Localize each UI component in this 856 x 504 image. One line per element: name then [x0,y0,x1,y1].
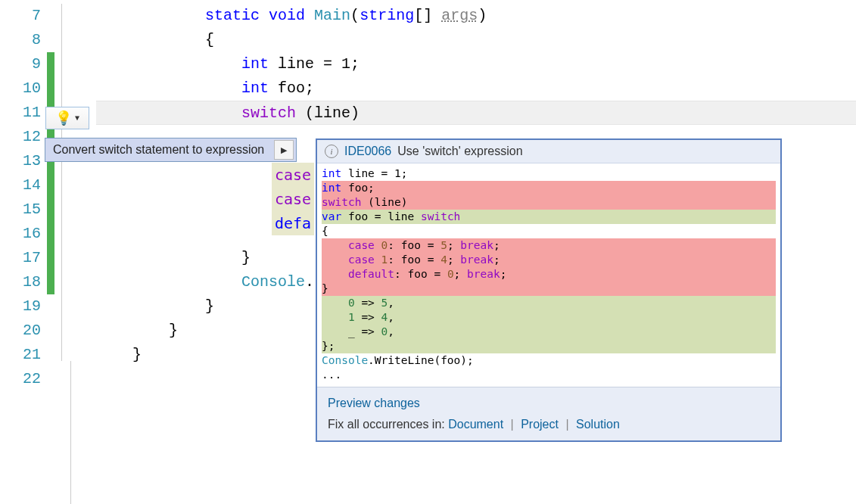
diagnostic-code: IDE0066 [344,145,391,158]
line-number: 8 [0,28,41,52]
preview-footer: Preview changes Fix all occurrences in: … [317,387,780,440]
change-marker [47,222,54,246]
quick-action-item[interactable]: Convert switch statement to expression [45,143,272,157]
code-line[interactable]: { [96,28,856,52]
change-marker [47,52,54,76]
preview-header: i IDE0066 Use 'switch' expression [317,140,780,163]
line-number: 14 [0,173,41,198]
change-marker [47,173,54,198]
change-marker [47,198,54,222]
line-number: 11 [0,101,41,125]
code-fix-preview-popup: i IDE0066 Use 'switch' expression int li… [316,138,782,442]
code-line[interactable]: int line = 1; [96,52,856,76]
lightbulb-quick-actions[interactable]: 💡 ▼ [45,107,89,129]
expand-preview-button[interactable]: ▶ [274,140,294,160]
fix-all-project-link[interactable]: Project [521,418,559,431]
line-number: 18 [0,270,41,294]
change-indicator-gutter [47,0,54,504]
line-number: 21 [0,343,41,367]
change-marker [47,270,54,294]
obscured-code: case case defa [272,163,314,235]
line-number: 19 [0,294,41,319]
lightbulb-icon: 💡 [55,110,72,126]
line-number: 7 [0,4,41,28]
line-number: 22 [0,367,41,391]
line-number: 12 [0,125,41,149]
info-icon: i [325,145,338,158]
fix-all-solution-link[interactable]: Solution [576,418,620,431]
change-marker [47,246,54,270]
line-number: 17 [0,246,41,270]
code-line-active[interactable]: switch (line) [96,101,856,125]
fix-all-document-link[interactable]: Document [448,418,503,431]
code-line[interactable]: static void Main(string[] args) [96,4,856,28]
code-line[interactable]: int foo; [96,76,856,101]
line-number: 9 [0,52,41,76]
line-number: 15 [0,198,41,222]
line-number: 20 [0,319,41,343]
change-marker [47,76,54,101]
line-number-gutter: 7 8 9 10 11 12 13 14 15 16 17 18 19 20 2… [0,0,47,504]
outlining-gutter: − − [54,0,96,504]
quick-action-menu: Convert switch statement to expression ▶ [45,138,297,162]
diff-preview: int line = 1; int foo; switch (line) var… [317,163,780,387]
chevron-down-icon: ▼ [75,114,79,123]
line-number: 16 [0,222,41,246]
line-number: 10 [0,76,41,101]
preview-changes-link[interactable]: Preview changes [328,397,770,410]
fix-all-label: Fix all occurrences in: [328,418,445,431]
diagnostic-message: Use 'switch' expression [397,145,522,158]
line-number: 13 [0,149,41,173]
